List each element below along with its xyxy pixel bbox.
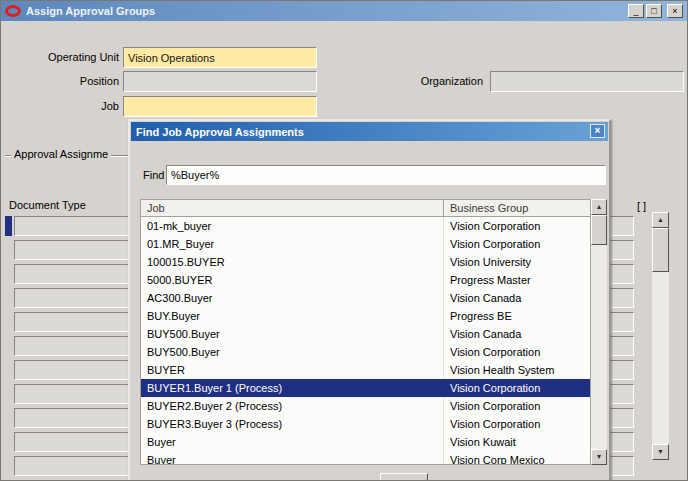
scroll-up-icon[interactable]: ▲ [652, 212, 669, 228]
job-field[interactable] [123, 96, 317, 117]
list-header: Job Business Group [140, 199, 591, 217]
job-cell: 01.MR_Buyer [141, 235, 444, 253]
list-item[interactable]: BuyerVision Corp Mexico [141, 451, 590, 465]
list-item[interactable]: 01.MR_BuyerVision Corporation [141, 235, 590, 253]
job-cell: 01-mk_buyer [141, 217, 444, 235]
assign-approval-groups-window: Assign Approval Groups _ □ × Operating U… [0, 0, 688, 481]
business-group-cell: Vision Health System [444, 361, 590, 379]
business-group-cell: Vision Corporation [444, 379, 590, 397]
oracle-logo-icon [5, 5, 21, 17]
find-job-approval-assignments-dialog: Find Job Approval Assignments × Find Job… [128, 119, 611, 481]
dialog-list-scrollbar[interactable]: ▲ ▼ [591, 199, 607, 465]
business-group-cell: Vision Corporation [444, 397, 590, 415]
job-cell: AC300.Buyer [141, 289, 444, 307]
scrollbar-thumb[interactable] [652, 228, 669, 272]
organization-field[interactable] [490, 71, 684, 92]
list-item[interactable]: 01-mk_buyerVision Corporation [141, 217, 590, 235]
operating-unit-label: Operating Unit [9, 51, 119, 65]
business-group-column-header: Business Group [444, 200, 590, 216]
minimize-icon[interactable]: _ [628, 4, 644, 18]
list-item[interactable]: BUYER1.Buyer 1 (Process)Vision Corporati… [141, 379, 590, 397]
flexfield-brackets[interactable]: [ ] [637, 200, 646, 212]
job-cell: Buyer [141, 451, 444, 465]
business-group-cell: Progress Master [444, 271, 590, 289]
dialog-close-icon[interactable]: × [590, 124, 605, 138]
window-controls: _ □ × [628, 4, 683, 18]
approval-assignments-section-label: Approval Assignme [11, 148, 111, 160]
list-item[interactable]: BUY.BuyerProgress BE [141, 307, 590, 325]
job-cell: BUYER [141, 361, 444, 379]
window-title: Assign Approval Groups [26, 5, 628, 17]
dialog-title: Find Job Approval Assignments [136, 126, 304, 138]
business-group-cell: Vision Kuwait [444, 433, 590, 451]
business-group-cell: Vision Corporation [444, 343, 590, 361]
job-cell: 100015.BUYER [141, 253, 444, 271]
list-item[interactable]: 5000.BUYERProgress Master [141, 271, 590, 289]
list-item[interactable]: 100015.BUYERVision University [141, 253, 590, 271]
job-column-header: Job [141, 200, 444, 216]
job-cell: BUY500.Buyer [141, 343, 444, 361]
job-cell: Buyer [141, 433, 444, 451]
position-field[interactable] [123, 71, 317, 92]
current-record-indicator [5, 216, 12, 236]
scrollbar-thumb[interactable] [591, 215, 607, 245]
list-item[interactable]: BUYERVision Health System [141, 361, 590, 379]
close-icon[interactable]: × [667, 4, 683, 18]
business-group-cell: Vision Corp Mexico [444, 451, 590, 465]
job-cell: 5000.BUYER [141, 271, 444, 289]
operating-unit-field[interactable] [123, 47, 317, 68]
business-group-cell: Vision Corporation [444, 415, 590, 433]
scroll-down-icon[interactable]: ▼ [652, 444, 669, 460]
list-item[interactable]: BUYER2.Buyer 2 (Process)Vision Corporati… [141, 397, 590, 415]
business-group-cell: Vision Corporation [444, 217, 590, 235]
list-item[interactable]: BUY500.BuyerVision Corporation [141, 343, 590, 361]
find-label: Find [143, 169, 164, 181]
job-cell: BUY.Buyer [141, 307, 444, 325]
dialog-titlebar: Find Job Approval Assignments × [131, 122, 608, 141]
list-item[interactable]: BUYER3.Buyer 3 (Process)Vision Corporati… [141, 415, 590, 433]
business-group-cell: Vision Canada [444, 289, 590, 307]
position-label: Position [9, 75, 119, 89]
business-group-cell: Vision University [444, 253, 590, 271]
main-scrollbar[interactable]: ▲ ▼ [652, 212, 669, 460]
job-label: Job [9, 100, 119, 114]
job-cell: BUYER3.Buyer 3 (Process) [141, 415, 444, 433]
window-titlebar: Assign Approval Groups _ □ × [1, 1, 687, 21]
organization-label: Organization [391, 75, 483, 89]
maximize-icon[interactable]: □ [646, 4, 662, 18]
list-item[interactable]: BuyerVision Kuwait [141, 433, 590, 451]
list-item[interactable]: BUY500.BuyerVision Canada [141, 325, 590, 343]
job-cell: BUYER2.Buyer 2 (Process) [141, 397, 444, 415]
find-input[interactable] [166, 165, 606, 185]
business-group-cell: Progress BE [444, 307, 590, 325]
list-item[interactable]: AC300.BuyerVision Canada [141, 289, 590, 307]
business-group-cell: Vision Corporation [444, 235, 590, 253]
scroll-down-icon[interactable]: ▼ [591, 449, 607, 465]
dialog-list-body: 01-mk_buyerVision Corporation01.MR_Buyer… [140, 217, 591, 465]
business-group-cell: Vision Canada [444, 325, 590, 343]
scroll-up-icon[interactable]: ▲ [591, 199, 607, 215]
job-cell: BUYER1.Buyer 1 (Process) [141, 379, 444, 397]
document-type-column-header: Document Type [9, 199, 86, 211]
dialog-bottom-button[interactable] [380, 473, 428, 481]
job-cell: BUY500.Buyer [141, 325, 444, 343]
